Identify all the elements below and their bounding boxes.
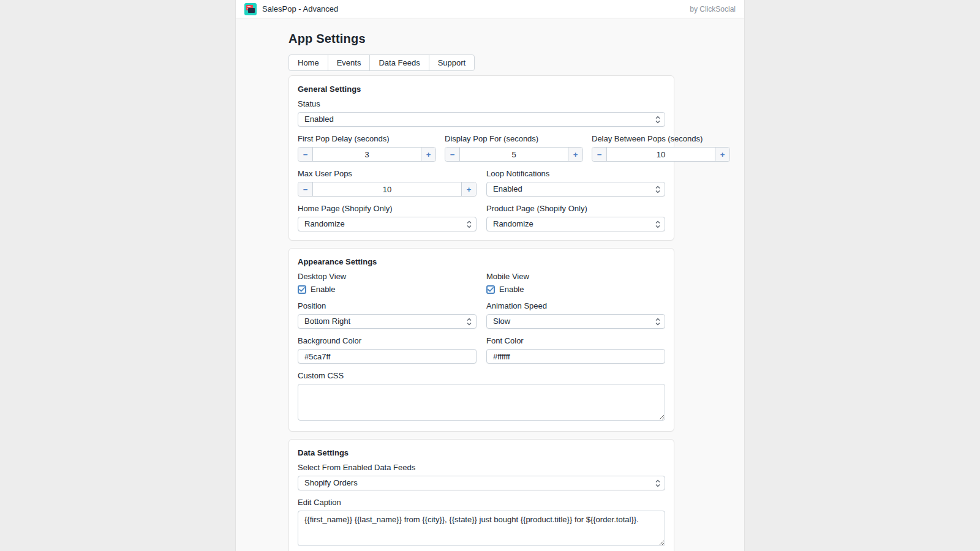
vendor-byline: by ClickSocial — [690, 5, 736, 13]
desktop-view-field: Desktop View Enable — [298, 272, 477, 294]
status-select-value: Enabled — [304, 114, 334, 124]
salespop-logo-icon — [244, 3, 257, 15]
display-pop-for-label: Display Pop For (seconds) — [445, 134, 583, 143]
home-page-select[interactable]: Randomize — [298, 217, 477, 231]
minus-button[interactable]: − — [298, 182, 313, 196]
custom-css-textarea[interactable] — [298, 384, 665, 421]
data-feed-select[interactable]: Shopify Orders — [298, 476, 665, 490]
home-page-select-value: Randomize — [304, 219, 345, 228]
animation-speed-field: Animation Speed Slow — [486, 301, 665, 329]
appearance-settings-title: Appearance Settings — [298, 257, 665, 266]
delay-between-pops-label: Delay Between Pops (seconds) — [592, 134, 730, 143]
first-pop-delay-stepper: − + — [298, 147, 436, 162]
mobile-view-checkbox-label: Enable — [499, 285, 524, 294]
plus-button[interactable]: + — [715, 148, 729, 161]
home-page-field: Home Page (Shopify Only) Randomize — [298, 204, 477, 231]
mobile-view-checkbox[interactable] — [486, 285, 495, 294]
loop-notifications-field: Loop Notifications Enabled — [486, 169, 665, 197]
tab-support[interactable]: Support — [429, 54, 475, 71]
background-color-input[interactable] — [298, 349, 477, 364]
loop-notifications-select[interactable]: Enabled — [486, 182, 665, 197]
max-user-pops-input[interactable] — [313, 182, 461, 196]
position-select[interactable]: Bottom Right — [298, 314, 477, 329]
animation-speed-select-value: Slow — [493, 317, 510, 326]
delay-between-pops-stepper: − + — [592, 147, 730, 162]
data-settings-card: Data Settings Select From Enabled Data F… — [288, 439, 674, 551]
general-settings-title: General Settings — [298, 84, 665, 94]
max-user-pops-stepper: − + — [298, 182, 477, 197]
data-settings-title: Data Settings — [298, 448, 665, 457]
product-page-label: Product Page (Shopify Only) — [486, 204, 665, 213]
custom-css-label: Custom CSS — [298, 371, 665, 380]
product-page-field: Product Page (Shopify Only) Randomize — [486, 204, 665, 231]
font-color-input[interactable] — [486, 349, 665, 364]
max-user-pops-label: Max User Pops — [298, 169, 477, 178]
data-feed-label: Select From Enabled Data Feeds — [298, 463, 665, 472]
desktop-view-checkbox[interactable] — [298, 285, 306, 294]
app-title: SalesPop - Advanced — [262, 4, 338, 13]
first-pop-delay-field: First Pop Delay (seconds) − + — [298, 134, 436, 162]
display-pop-for-stepper: − + — [445, 147, 583, 162]
status-label: Status — [298, 99, 665, 108]
general-settings-card: General Settings Status Enabled First Po… — [288, 75, 674, 241]
font-color-field: Font Color — [486, 336, 665, 364]
max-user-pops-field: Max User Pops − + — [298, 169, 477, 197]
edit-caption-label: Edit Caption — [298, 498, 665, 507]
product-page-select-value: Randomize — [493, 219, 533, 228]
data-feed-select-value: Shopify Orders — [304, 478, 358, 487]
mobile-view-field: Mobile View Enable — [486, 272, 665, 294]
tab-bar: Home Events Data Feeds Support — [288, 54, 475, 71]
select-caret-icon — [655, 479, 660, 487]
first-pop-delay-label: First Pop Delay (seconds) — [298, 134, 436, 143]
select-caret-icon — [655, 186, 660, 193]
home-page-label: Home Page (Shopify Only) — [298, 204, 477, 213]
minus-button[interactable]: − — [592, 148, 607, 161]
display-pop-for-field: Display Pop For (seconds) − + — [445, 134, 583, 162]
select-caret-icon — [467, 318, 472, 326]
loop-notifications-label: Loop Notifications — [486, 169, 665, 178]
select-caret-icon — [655, 116, 660, 124]
main-content: App Settings Home Events Data Feeds Supp… — [236, 18, 744, 551]
edit-caption-textarea[interactable]: {{first_name}} {{last_name}} from {{city… — [298, 511, 665, 546]
display-pop-for-input[interactable] — [460, 148, 568, 161]
background-color-field: Background Color — [298, 336, 477, 364]
background-color-label: Background Color — [298, 336, 477, 345]
position-label: Position — [298, 301, 477, 310]
position-field: Position Bottom Right — [298, 301, 477, 329]
plus-button[interactable]: + — [461, 182, 476, 196]
desktop-view-checkbox-label: Enable — [311, 285, 335, 294]
tab-events[interactable]: Events — [328, 54, 371, 71]
status-select[interactable]: Enabled — [298, 112, 665, 127]
mobile-view-label: Mobile View — [486, 272, 665, 281]
delay-between-pops-input[interactable] — [607, 148, 715, 161]
select-caret-icon — [655, 220, 660, 228]
plus-button[interactable]: + — [421, 148, 435, 161]
tab-data-feeds[interactable]: Data Feeds — [369, 54, 429, 71]
top-bar: SalesPop - Advanced by ClickSocial — [236, 0, 744, 18]
select-caret-icon — [655, 318, 660, 326]
first-pop-delay-input[interactable] — [313, 148, 421, 161]
page-title: App Settings — [288, 32, 744, 46]
minus-button[interactable]: − — [445, 148, 460, 161]
appearance-settings-card: Appearance Settings Desktop View Enable … — [288, 248, 674, 432]
animation-speed-select[interactable]: Slow — [486, 314, 665, 329]
plus-button[interactable]: + — [568, 148, 582, 161]
app-frame: SalesPop - Advanced by ClickSocial App S… — [235, 0, 745, 551]
product-page-select[interactable]: Randomize — [486, 217, 665, 231]
animation-speed-label: Animation Speed — [486, 301, 665, 310]
font-color-label: Font Color — [486, 336, 665, 345]
select-caret-icon — [467, 220, 472, 228]
delay-between-pops-field: Delay Between Pops (seconds) − + — [592, 134, 730, 162]
loop-notifications-select-value: Enabled — [493, 184, 522, 193]
position-select-value: Bottom Right — [304, 317, 350, 326]
tab-home[interactable]: Home — [288, 54, 328, 71]
minus-button[interactable]: − — [298, 148, 313, 161]
desktop-view-label: Desktop View — [298, 272, 477, 281]
